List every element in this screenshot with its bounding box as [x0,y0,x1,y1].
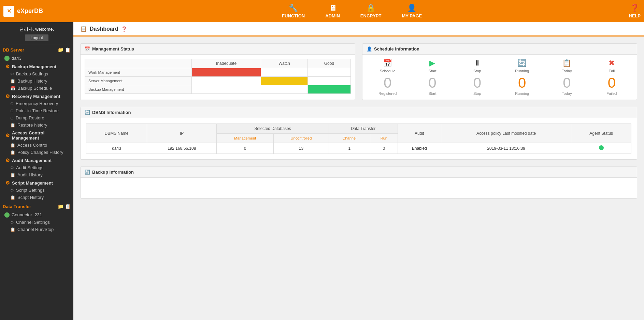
sidebar-item-restore-history[interactable]: 📋 Restore history [0,121,73,129]
db-server-label: DB Server [3,47,24,53]
backup-schedule-icon: 📅 [10,86,15,91]
schedule-grid: 📅 Schedule 0 Registered ▶ Start 0 Start [367,59,633,96]
backup-settings-icon: ⚙ [10,72,14,76]
backup-management-header[interactable]: ⚙ Backup Management [0,62,73,70]
sidebar-connector[interactable]: ⬤ Connector_231 [0,210,73,219]
recovery-management-label: Recovery Management [12,94,60,99]
sidebar-item-backup-history[interactable]: 📋 Backup History [0,77,73,85]
audit-management-header[interactable]: ⚙ Audit Management [0,156,73,164]
col-access-policy: Access policy Last modified date [441,124,571,143]
channel-run-stop-label: Channel Run/Stop [17,227,54,232]
sched-start-sublabel: Start [428,91,436,96]
sidebar-item-channel-run-stop[interactable]: 📋 Channel Run/Stop [0,226,73,233]
script-management-header[interactable]: ⚙ Script Management [0,178,73,187]
sidebar-item-channel-settings[interactable]: ⚙ Channel Settings [0,219,73,226]
nav-mypage[interactable]: 👤 MY PAGE [402,4,422,18]
sidebar-item-backup-settings[interactable]: ⚙ Backup Settings [0,70,73,77]
encrypt-icon: 🔒 [366,4,375,13]
schedule-info-header: 👤 Schedule Information [362,44,637,55]
access-control-management-header[interactable]: ⚙ Access Control Management [0,129,73,142]
col-selected-databases: Selected Databases [217,124,329,134]
page-help-icon[interactable]: ❓ [121,26,127,32]
col-empty [85,59,192,68]
sched-fail-label: Fail [609,69,615,73]
col-uncontrolled-sub: Uncontrolled [273,134,329,143]
col-inadequate: Inadequate [192,59,261,68]
channel-settings-label: Channel Settings [16,220,50,225]
cell-server-watch [261,77,308,85]
nav-function[interactable]: 🔧 FUNCTION [282,4,305,18]
sidebar-item-point-in-time[interactable]: ⊙ Point-in-Time Restore [0,107,73,114]
encrypt-label: ENCRYPT [360,13,382,18]
nav-encrypt[interactable]: 🔒 ENCRYPT [360,4,382,18]
schedule-item-schedule: 📅 Schedule 0 Registered [367,59,409,96]
sidebar-item-access-control[interactable]: 📋 Access Control [0,142,73,149]
col-agent-status: Agent Status [571,124,631,143]
sched-running-value: 0 [518,76,526,90]
backup-info-title: Backup Information [92,170,134,175]
sched-schedule-icon: 📅 [383,59,392,68]
mypage-label: MY PAGE [402,13,422,18]
data-transfer-icons: 📁 📋 [58,204,71,209]
cell-server-inadequate [192,77,261,85]
access-control-icon: 📋 [10,143,15,148]
col-audit: Audit [398,124,441,143]
sidebar: 관리자, welcome. Logout DB Server 📁 📋 ⬤ da4… [0,22,73,320]
row-label-server: Server Management [85,77,192,85]
sidebar-item-audit-settings[interactable]: ⚙ Audit Settings [0,164,73,171]
audit-management-label: Audit Management [12,158,52,163]
table-row: Work Management [85,68,351,77]
policy-changes-icon: 📋 [10,150,15,155]
sidebar-item-dump-restore[interactable]: ⊙ Dump Restore [0,114,73,121]
db-server-section-header: DB Server 📁 📋 [0,44,73,54]
sched-today-label: Today [562,69,572,73]
admin-icon: 🖥 [329,4,337,13]
audit-group-icon: ⚙ [5,158,10,163]
schedule-info-title: Schedule Information [374,46,419,52]
db-server-folder-icon[interactable]: 📁 [58,47,63,53]
sched-start-icon: ▶ [429,59,435,68]
col-ip: IP [147,124,217,143]
mypage-icon: 👤 [407,4,416,13]
data-transfer-list-icon[interactable]: 📋 [65,204,71,209]
sidebar-item-script-history[interactable]: 📋 Script History [0,194,73,201]
col-watch: Watch [261,59,308,68]
cell-backup-watch [261,85,308,94]
sidebar-item-script-settings[interactable]: ⚙ Script Settings [0,187,73,194]
nav-help[interactable]: ❓ HELP [629,4,641,18]
col-data-transfer: Data Transfer [329,124,398,134]
cell-work-inadequate [192,68,261,77]
script-group-icon: ⚙ [5,180,10,186]
db-server-list-icon[interactable]: 📋 [65,47,71,53]
data-transfer-folder-icon[interactable]: 📁 [58,204,63,209]
dump-restore-icon: ⊙ [10,116,14,120]
restore-history-icon: 📋 [10,123,15,128]
management-status-card: 📅 Management Status Inadequate Watch Goo… [80,43,355,100]
dbms-info-body: DBMS Name IP Selected Databases Data Tra… [81,118,637,159]
recovery-management-header[interactable]: ⚙ Recovery Management [0,92,73,100]
backup-settings-label: Backup Settings [16,71,48,76]
nav-admin[interactable]: 🖥 ADMIN [325,4,340,18]
schedule-item-start: ▶ Start 0 Start [411,59,453,96]
dbms-info-title: DBMS Information [92,110,131,115]
sidebar-item-audit-history[interactable]: 📋 Audit History [0,171,73,178]
dump-restore-label: Dump Restore [16,115,44,120]
sched-stop-icon: ⏸ [473,59,481,68]
script-history-label: Script History [17,195,44,200]
schedule-info-icon: 👤 [367,46,372,52]
audit-settings-label: Audit Settings [16,165,43,170]
cards-row: 📅 Management Status Inadequate Watch Goo… [80,43,637,100]
dbms-table-row: da43 192.168.56.108 0 13 1 0 Enabled 201… [86,143,631,154]
row-label-work: Work Management [85,68,192,77]
sidebar-server-da43[interactable]: ⬤ da43 [0,54,73,62]
logout-button[interactable]: Logout [25,34,48,41]
backup-info-card: 🔄 Backup Information [80,166,637,199]
logo[interactable]: ✕ eXperDB [3,6,75,17]
audit-history-label: Audit History [17,172,43,177]
sched-running-label: Running [515,69,529,73]
sidebar-item-backup-schedule[interactable]: 📅 Backup Schedule [0,85,73,92]
recovery-group-icon: ⚙ [5,93,10,99]
sidebar-item-emergency-recovery[interactable]: ⊙ Emergency Recovery [0,100,73,107]
sidebar-item-policy-changes[interactable]: 📋 Policy Changes History [0,149,73,156]
welcome-text: 관리자, welcome. [3,26,71,32]
